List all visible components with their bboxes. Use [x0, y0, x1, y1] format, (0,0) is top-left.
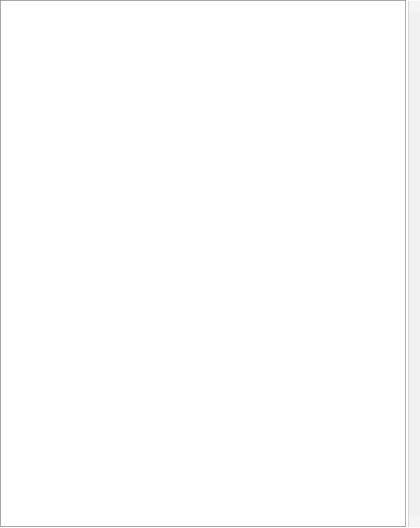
scroll-up-icon[interactable]: [409, 1, 420, 13]
vertical-scrollbar[interactable]: [408, 1, 420, 527]
scroll-down-icon[interactable]: [409, 515, 420, 527]
terminal-window: [0, 0, 406, 527]
scroll-track[interactable]: [409, 13, 420, 515]
editor-pane-top[interactable]: [1, 1, 405, 2]
